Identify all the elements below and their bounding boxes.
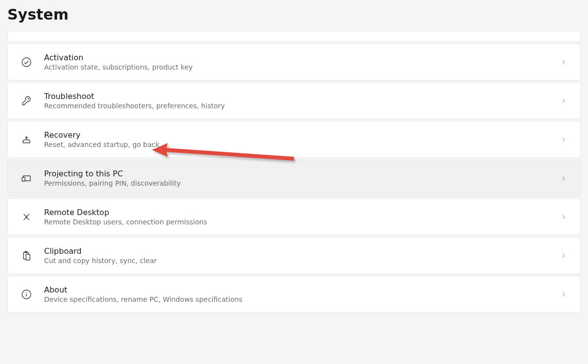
settings-row-activation[interactable]: Activation Activation state, subscriptio…: [7, 44, 581, 80]
chevron-right-icon: [559, 173, 568, 183]
row-text: Projecting to this PC Permissions, pairi…: [44, 169, 559, 187]
row-text: Clipboard Cut and copy history, sync, cl…: [44, 246, 559, 265]
clipboard-icon: [20, 249, 33, 263]
settings-list: Activation Activation state, subscriptio…: [0, 32, 588, 318]
info-icon: [20, 288, 33, 301]
svg-point-8: [26, 292, 27, 293]
row-text: Troubleshoot Recommended troubleshooters…: [44, 92, 559, 110]
row-description: Reset, advanced startup, go back: [44, 141, 559, 148]
row-text: Activation Activation state, subscriptio…: [44, 53, 559, 71]
row-title: Remote Desktop: [44, 208, 559, 217]
check-circle-icon: [20, 55, 33, 69]
remote-desktop-icon: [20, 210, 33, 224]
row-description: Activation state, subscriptions, product…: [44, 63, 559, 71]
row-description: Recommended troubleshooters, preferences…: [44, 102, 559, 110]
chevron-right-icon: [559, 212, 568, 222]
chevron-right-icon: [559, 251, 568, 261]
row-description: Cut and copy history, sync, clear: [44, 257, 559, 265]
settings-row-troubleshoot[interactable]: Troubleshoot Recommended troubleshooters…: [7, 82, 581, 119]
row-text: Remote Desktop Remote Desktop users, con…: [44, 208, 559, 226]
settings-row-about[interactable]: About Device specifications, rename PC, …: [7, 276, 581, 313]
chevron-right-icon: [559, 96, 568, 106]
svg-point-0: [22, 58, 31, 67]
chevron-right-icon: [559, 57, 568, 67]
chevron-right-icon: [559, 290, 568, 299]
project-icon: [20, 171, 33, 185]
chevron-right-icon: [559, 135, 568, 145]
row-title: Activation: [44, 53, 559, 62]
settings-row-projecting[interactable]: Projecting to this PC Permissions, pairi…: [7, 160, 581, 196]
row-title: Projecting to this PC: [44, 169, 559, 178]
row-title: Clipboard: [44, 246, 559, 256]
row-text: Recovery Reset, advanced startup, go bac…: [44, 130, 559, 148]
row-description: Device specifications, rename PC, Window…: [44, 295, 559, 303]
settings-row-recovery[interactable]: Recovery Reset, advanced startup, go bac…: [7, 121, 581, 158]
svg-rect-2: [22, 177, 25, 181]
wrench-icon: [20, 94, 33, 108]
row-description: Permissions, pairing PIN, discoverabilit…: [44, 179, 559, 187]
settings-row-remote-desktop[interactable]: Remote Desktop Remote Desktop users, con…: [7, 198, 581, 235]
row-title: Recovery: [44, 130, 559, 140]
settings-row-partial[interactable]: [7, 32, 581, 42]
page-title: System: [0, 0, 588, 32]
row-title: About: [44, 285, 559, 294]
svg-rect-5: [26, 254, 30, 260]
row-description: Remote Desktop users, connection permiss…: [44, 218, 559, 226]
row-text: About Device specifications, rename PC, …: [44, 285, 559, 303]
recovery-icon: [20, 133, 33, 146]
settings-row-clipboard[interactable]: Clipboard Cut and copy history, sync, cl…: [7, 237, 581, 274]
row-title: Troubleshoot: [44, 92, 559, 101]
